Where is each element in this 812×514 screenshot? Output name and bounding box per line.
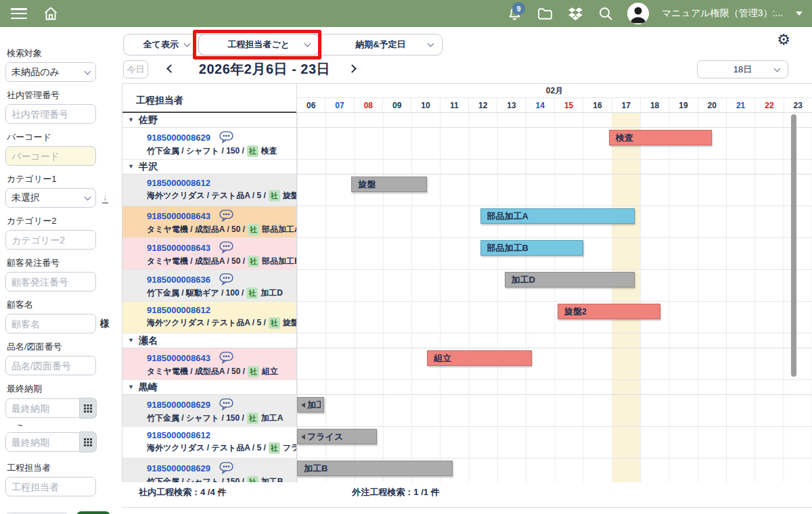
gantt-bar[interactable]: 部品加工A: [480, 208, 635, 224]
gantt-bar[interactable]: 検査: [609, 130, 712, 145]
group-row-kurosaki[interactable]: ▼ 黒崎: [122, 380, 296, 395]
comment-icon[interactable]: [219, 241, 233, 254]
group-row-hanzawa[interactable]: ▼ 半沢: [122, 160, 296, 174]
chevron-down-icon: [428, 41, 434, 47]
internal-badge: 社: [269, 317, 280, 329]
gantt-bar[interactable]: 組立: [427, 350, 531, 366]
next-period-icon[interactable]: [348, 64, 357, 73]
group-row-sano[interactable]: ▼ 佐野: [122, 113, 296, 128]
menu-icon[interactable]: [11, 8, 27, 19]
search-button[interactable]: 検索: [76, 511, 110, 514]
chevron-down-icon: [304, 41, 311, 47]
item-name-input[interactable]: [5, 356, 96, 375]
gantt-bar[interactable]: 加工B: [297, 461, 453, 476]
category2-input[interactable]: [5, 230, 96, 250]
status-bar: 社内工程検索：4 /4 件 外注工程検索：1 /1 件: [122, 482, 812, 503]
comment-icon[interactable]: [219, 131, 233, 143]
day-cell: 15: [554, 98, 583, 112]
order-number-link[interactable]: 9185000008643: [147, 211, 210, 221]
comment-icon[interactable]: [219, 273, 233, 285]
process-row[interactable]: 9185000008643 タミヤ電機 / 成型品A / 50 /社部品加工A: [122, 206, 296, 238]
customer-order-no-label: 顧客発注番号: [7, 257, 116, 269]
settings-gear-icon[interactable]: ⚙: [777, 32, 790, 47]
order-number-link[interactable]: 9185000008629: [147, 133, 210, 143]
process-row[interactable]: 9185000008636 竹下金属 / 駆動ギア / 100 /社加工D: [122, 270, 296, 302]
order-number-link[interactable]: 9185000008629: [147, 463, 210, 473]
order-number-link[interactable]: 9185000008612: [147, 430, 210, 440]
horizontal-scrollbar-track[interactable]: [0, 507, 812, 508]
final-due-from-input[interactable]: [5, 398, 80, 418]
day-cell: 11: [440, 98, 468, 112]
period-span-select[interactable]: 18日: [697, 60, 788, 78]
chart-group-row: [297, 333, 812, 348]
group-row-sena[interactable]: ▼ 瀬名: [122, 333, 296, 348]
process-row[interactable]: 9185000008612 海外ツクリダス / テスト品A / 5 /社旋盤: [122, 174, 296, 206]
comment-icon[interactable]: [219, 462, 233, 474]
date-type-filter-select[interactable]: 納期&予定日: [319, 34, 442, 55]
process-row[interactable]: 9185000008643 タミヤ電機 / 成型品A / 50 /社部品加工B: [122, 238, 296, 270]
gantt-bar[interactable]: 部品加工B: [480, 240, 583, 256]
gantt-left-header: 工程担当者: [122, 84, 296, 113]
gantt-bar[interactable]: 旋盤2: [558, 304, 660, 319]
final-due-to-input[interactable]: [5, 432, 80, 452]
gantt-timeline-panel: 02月 06 07 08 09 10 11 12 13 14 15 16 17 …: [297, 84, 812, 482]
customer-name-input[interactable]: [5, 314, 96, 333]
order-number-link[interactable]: 9185000008643: [147, 353, 210, 363]
internal-badge: 社: [247, 145, 258, 157]
user-menu-caret-icon[interactable]: [796, 11, 803, 16]
chart-row: 加工A: [297, 395, 812, 427]
internal-badge: 社: [269, 442, 280, 454]
day-cell: 07: [325, 98, 353, 112]
day-cell: 19: [669, 98, 697, 112]
order-number-link[interactable]: 9185000008643: [147, 243, 210, 253]
chart-row: 加工B: [297, 459, 812, 482]
search-target-select[interactable]: 未納品のみ: [5, 62, 96, 82]
calendar-picker-button[interactable]: [80, 398, 97, 419]
comment-icon[interactable]: [219, 210, 233, 222]
customer-order-no-input[interactable]: [5, 272, 96, 291]
calendar-picker-button[interactable]: [80, 431, 97, 452]
gantt-bar[interactable]: フライス: [297, 429, 377, 444]
day-cell: 14: [526, 98, 554, 112]
search-icon[interactable]: [597, 5, 614, 22]
day-header-row: 06 07 08 09 10 11 12 13 14 15 16 17 18 1…: [297, 98, 812, 113]
order-number-link[interactable]: 9185000008636: [147, 275, 210, 285]
day-cell: 12: [468, 98, 497, 112]
process-row[interactable]: 9185000008612 海外ツクリダス / テスト品A / 5 /社旋盤2: [122, 302, 296, 333]
final-due-label: 最終納期: [7, 383, 116, 395]
grouping-filter-select[interactable]: 工程担当者ごと: [198, 34, 319, 55]
notification-count-badge: 9: [512, 2, 525, 15]
category1-select[interactable]: 未選択: [5, 188, 96, 208]
prev-period-icon[interactable]: [166, 64, 175, 73]
notifications-bell-icon[interactable]: 9: [505, 5, 523, 22]
process-row[interactable]: 9185000008629 竹下金属 / シャフト / 150 /社加工B: [122, 459, 296, 482]
process-row[interactable]: 9185000008629 竹下金属 / シャフト / 150 /社加工A: [122, 395, 296, 427]
today-button[interactable]: 今日: [123, 60, 148, 78]
folder-icon[interactable]: [536, 5, 554, 22]
bar-label: 加工B: [304, 463, 328, 475]
gantt-grid: 検査 旋盤 部品加工A 部品加工B 加工D 旋盤2: [297, 113, 812, 482]
order-number-link[interactable]: 9185000008612: [147, 178, 210, 188]
order-number-link[interactable]: 9185000008612: [147, 305, 210, 315]
gantt-bar[interactable]: 加工A: [297, 397, 324, 413]
user-avatar[interactable]: [627, 3, 649, 24]
process-row[interactable]: 9185000008629 竹下金属 / シャフト / 150 /社検査: [122, 128, 296, 160]
internal-no-input[interactable]: [5, 104, 96, 124]
barcode-input[interactable]: [5, 146, 96, 166]
gantt-left-panel: 工程担当者 ▼ 佐野 9185000008629 竹下金属 / シャフト / 1…: [122, 84, 297, 482]
barcode-label: バーコード: [7, 131, 116, 143]
gantt-bar[interactable]: 旋盤: [351, 177, 427, 192]
comment-icon[interactable]: [219, 398, 233, 411]
comment-icon[interactable]: [219, 352, 233, 364]
vertical-scrollbar[interactable]: [791, 114, 796, 377]
expand-down-icon[interactable]: ↓: [102, 193, 108, 204]
display-filter-select[interactable]: 全て表示: [124, 34, 198, 55]
home-icon[interactable]: [42, 5, 60, 22]
gantt-bar[interactable]: 加工D: [505, 272, 635, 287]
process-staff-input[interactable]: [5, 477, 96, 496]
user-permission-label[interactable]: マニュアル権限（管理3）:...: [662, 7, 783, 20]
process-row[interactable]: 9185000008612 海外ツクリダス / テスト品A / 5 /社フライス: [122, 427, 296, 459]
dropbox-icon[interactable]: [566, 5, 584, 22]
process-row[interactable]: 9185000008643 タミヤ電機 / 成型品A / 50 /社組立: [122, 348, 296, 380]
order-number-link[interactable]: 9185000008629: [147, 400, 210, 410]
